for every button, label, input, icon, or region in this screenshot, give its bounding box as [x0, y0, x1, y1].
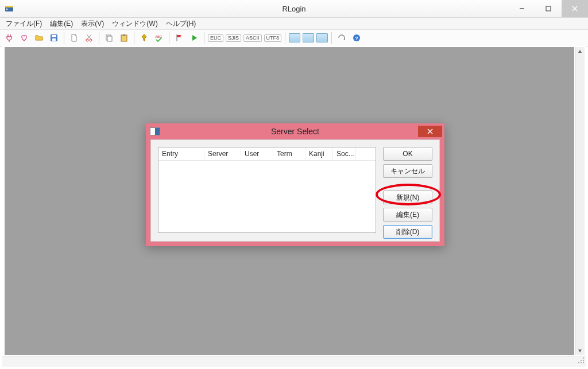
server-select-dialog: Server Select Entry Server User Term Kan…	[146, 123, 444, 246]
svg-rect-10	[52, 38, 56, 41]
svg-point-28	[578, 362, 579, 363]
resize-grip-icon[interactable]	[578, 357, 585, 366]
dialog-icon	[150, 128, 160, 135]
heart-icon[interactable]	[17, 31, 31, 45]
close-button[interactable]	[562, 0, 588, 17]
cancel-button[interactable]: キャンセル	[383, 164, 432, 178]
svg-point-12	[90, 39, 92, 41]
svg-point-25	[581, 362, 582, 363]
maximize-button[interactable]	[535, 0, 562, 17]
dialog-body: Entry Server User Term Kanji Soc... OK キ…	[150, 139, 440, 242]
svg-point-24	[583, 360, 584, 361]
dialog-title: Server Select	[146, 127, 444, 136]
svg-rect-9	[52, 35, 56, 37]
split-window-1-icon[interactable]	[289, 33, 300, 42]
svg-point-23	[583, 362, 584, 363]
column-spacer	[356, 147, 376, 160]
toolbar: ABC EUC SJIS ASCII UTF8 ?	[0, 30, 588, 46]
svg-point-26	[583, 358, 584, 359]
dialog-button-column: OK キャンセル 新規(N) 編集(E) 削除(D)	[383, 147, 432, 239]
svg-line-13	[87, 34, 91, 39]
svg-point-11	[86, 39, 88, 41]
folder-open-icon[interactable]	[32, 31, 46, 45]
pin-icon[interactable]	[137, 31, 151, 45]
svg-rect-1	[5, 6, 13, 7]
server-listview[interactable]: Entry Server User Term Kanji Soc...	[158, 147, 376, 233]
window-title: RLogin	[0, 5, 588, 13]
listview-header: Entry Server User Term Kanji Soc...	[158, 147, 376, 161]
plug-icon[interactable]	[2, 31, 16, 45]
new-doc-icon[interactable]	[67, 31, 81, 45]
svg-rect-4	[546, 6, 551, 11]
svg-point-27	[581, 360, 582, 361]
svg-text:?: ?	[355, 36, 358, 41]
toolbar-separator	[331, 32, 332, 44]
toolbar-separator	[169, 32, 169, 44]
menu-view[interactable]: 表示(V)	[78, 18, 107, 30]
scroll-up-arrow[interactable]	[575, 47, 585, 56]
edit-button[interactable]: 編集(E)	[383, 208, 432, 222]
dialog-close-button[interactable]	[418, 126, 442, 137]
flag-icon[interactable]	[172, 31, 186, 45]
status-bar	[2, 356, 586, 367]
menu-window[interactable]: ウィンドウ(W)	[109, 18, 161, 30]
svg-point-2	[6, 9, 7, 10]
scroll-down-arrow[interactable]	[575, 346, 585, 355]
svg-line-14	[87, 34, 91, 39]
scroll-track[interactable]	[575, 56, 585, 346]
encoding-sjis[interactable]: SJIS	[226, 34, 241, 42]
split-window-3-icon[interactable]	[316, 33, 328, 42]
svg-rect-16	[107, 36, 112, 41]
column-kanji[interactable]: Kanji	[305, 147, 333, 160]
menu-help[interactable]: ヘルプ(H)	[163, 18, 200, 30]
encoding-euc[interactable]: EUC	[208, 34, 223, 42]
vertical-scrollbar[interactable]	[575, 47, 585, 355]
menu-edit[interactable]: 編集(E)	[47, 18, 76, 30]
ok-button[interactable]: OK	[383, 147, 432, 161]
toolbar-separator	[204, 32, 204, 44]
column-term[interactable]: Term	[273, 147, 305, 160]
menubar: ファイル(F) 編集(E) 表示(V) ウィンドウ(W) ヘルプ(H)	[0, 18, 588, 30]
new-button[interactable]: 新規(N)	[383, 191, 432, 204]
column-entry[interactable]: Entry	[158, 147, 204, 160]
cut-icon[interactable]	[82, 31, 96, 45]
toolbar-separator	[285, 32, 285, 44]
app-icon	[5, 4, 14, 13]
column-server[interactable]: Server	[204, 147, 241, 160]
delete-button[interactable]: 削除(D)	[383, 225, 432, 239]
toolbar-separator	[64, 32, 64, 44]
minimize-button[interactable]	[509, 0, 535, 17]
split-window-2-icon[interactable]	[303, 33, 314, 42]
help-icon[interactable]: ?	[350, 31, 363, 45]
dialog-titlebar[interactable]: Server Select	[146, 123, 444, 139]
svg-rect-18	[123, 34, 125, 36]
encoding-utf8[interactable]: UTF8	[264, 34, 282, 42]
play-icon[interactable]	[187, 31, 201, 45]
copy-icon[interactable]	[102, 31, 116, 45]
column-socket[interactable]: Soc...	[333, 147, 356, 160]
toolbar-separator	[99, 32, 99, 44]
paste-icon[interactable]	[117, 31, 131, 45]
abc-check-icon[interactable]: ABC	[152, 31, 166, 45]
toolbar-separator	[134, 32, 134, 44]
menu-file[interactable]: ファイル(F)	[2, 18, 45, 30]
refresh-icon[interactable]	[335, 31, 349, 45]
window-titlebar: RLogin	[0, 0, 588, 18]
encoding-ascii[interactable]: ASCII	[243, 34, 262, 42]
save-icon[interactable]	[47, 31, 61, 45]
column-user[interactable]: User	[241, 147, 273, 160]
